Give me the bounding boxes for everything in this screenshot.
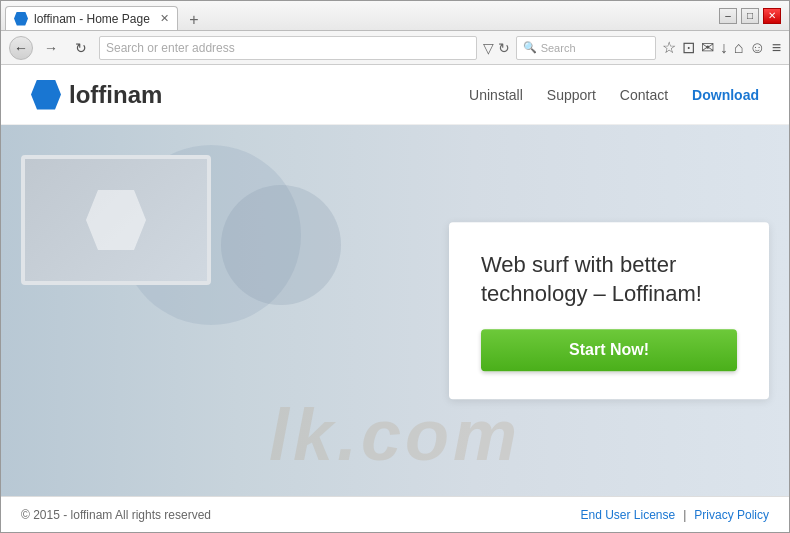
address-bar: ← → ↻ Search or enter address ▽ ↻ 🔍 Sear… xyxy=(1,31,789,65)
site-nav: Uninstall Support Contact Download xyxy=(469,87,759,103)
hero-title-line1: Web surf with better xyxy=(481,252,676,277)
privacy-policy-link[interactable]: Privacy Policy xyxy=(694,508,769,522)
toolbar-icons: ☆ ⊡ ✉ ↓ ⌂ ☺ ≡ xyxy=(662,38,781,57)
tab-close-button[interactable]: ✕ xyxy=(160,12,169,25)
nav-support[interactable]: Support xyxy=(547,87,596,103)
laptop-screen-logo xyxy=(86,190,146,250)
hero-content-box: Web surf with better technology – Loffin… xyxy=(449,222,769,399)
site-footer: © 2015 - loffinam All rights reserved En… xyxy=(1,496,789,532)
home-icon[interactable]: ⌂ xyxy=(734,39,744,57)
minimize-button[interactable]: – xyxy=(719,8,737,24)
refresh-button[interactable]: ↻ xyxy=(69,36,93,60)
logo-text: loffinam xyxy=(69,81,162,109)
address-icons: ▽ ↻ xyxy=(483,40,510,56)
end-user-license-link[interactable]: End User License xyxy=(580,508,675,522)
site-logo: loffinam xyxy=(31,80,162,110)
back-button[interactable]: ← xyxy=(9,36,33,60)
tab-title: loffinam - Home Page xyxy=(34,12,150,26)
menu-icon[interactable]: ≡ xyxy=(772,39,781,57)
title-bar: loffinam - Home Page ✕ + – □ ✕ xyxy=(1,1,789,31)
hero-title: Web surf with better technology – Loffin… xyxy=(481,250,737,309)
laptop-graphic xyxy=(21,155,241,315)
smiley-icon[interactable]: ☺ xyxy=(749,39,765,57)
reload-icon[interactable]: ↻ xyxy=(498,40,510,56)
nav-contact[interactable]: Contact xyxy=(620,87,668,103)
tab-favicon xyxy=(14,12,28,26)
laptop-screen xyxy=(21,155,211,285)
star-icon[interactable]: ☆ xyxy=(662,38,676,57)
nav-uninstall[interactable]: Uninstall xyxy=(469,87,523,103)
hero-title-line2: technology – Loffinam! xyxy=(481,282,702,307)
maximize-button[interactable]: □ xyxy=(741,8,759,24)
bookmark-icon[interactable]: ⊡ xyxy=(682,38,695,57)
mail-icon[interactable]: ✉ xyxy=(701,38,714,57)
window-controls: – □ ✕ xyxy=(719,8,785,24)
address-input-container[interactable]: Search or enter address xyxy=(99,36,477,60)
logo-icon xyxy=(31,80,61,110)
download-icon[interactable]: ↓ xyxy=(720,39,728,57)
site-header: loffinam Uninstall Support Contact Downl… xyxy=(1,65,789,125)
search-box[interactable]: 🔍 Search xyxy=(516,36,656,60)
search-placeholder: Search xyxy=(541,42,576,54)
hero-section: lk.com Web surf with better technology –… xyxy=(1,125,789,496)
new-tab-button[interactable]: + xyxy=(184,10,204,30)
active-tab[interactable]: loffinam - Home Page ✕ xyxy=(5,6,178,30)
footer-copyright: © 2015 - loffinam All rights reserved xyxy=(21,508,211,522)
search-icon: 🔍 xyxy=(523,41,537,54)
footer-links: End User License | Privacy Policy xyxy=(580,508,769,522)
watermark: lk.com xyxy=(269,394,521,476)
tab-area: loffinam - Home Page ✕ + xyxy=(5,1,719,30)
forward-button[interactable]: → xyxy=(39,36,63,60)
footer-separator: | xyxy=(683,508,686,522)
start-now-button[interactable]: Start Now! xyxy=(481,329,737,371)
browser-window: loffinam - Home Page ✕ + – □ ✕ ← → ↻ Sea… xyxy=(0,0,790,533)
browser-content: loffinam Uninstall Support Contact Downl… xyxy=(1,65,789,532)
address-placeholder: Search or enter address xyxy=(106,41,235,55)
nav-download[interactable]: Download xyxy=(692,87,759,103)
down-arrow-icon[interactable]: ▽ xyxy=(483,40,494,56)
close-button[interactable]: ✕ xyxy=(763,8,781,24)
